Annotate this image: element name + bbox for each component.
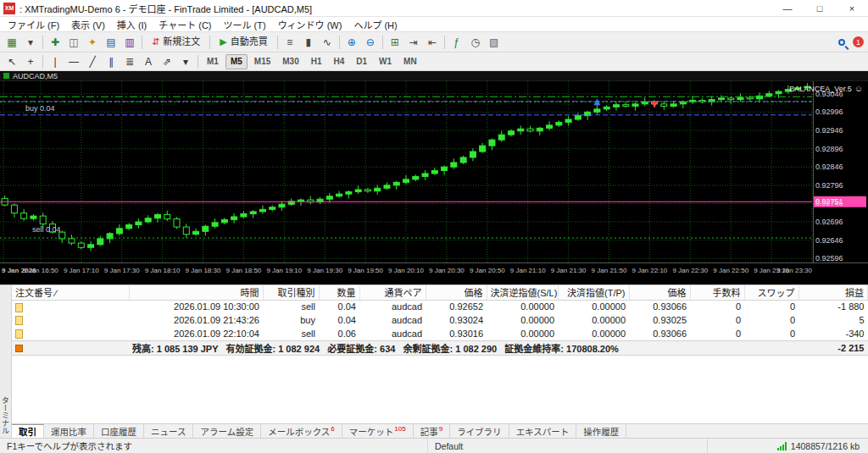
toolbar-separator	[42, 36, 43, 49]
menu-item-4[interactable]: ツール (T)	[218, 17, 272, 32]
crosshair-icon-glyph: +	[27, 57, 33, 67]
zoom-in-icon[interactable]: ⊕	[343, 34, 360, 51]
column-header-7[interactable]: 決済指値(T/P)	[558, 285, 629, 300]
zoom-in-icon-glyph: ⊕	[348, 37, 356, 47]
timeframe-button-M15[interactable]: M15	[249, 54, 275, 69]
column-header-8[interactable]: 価格	[629, 285, 690, 300]
search-icon[interactable]	[833, 34, 850, 51]
strategy-tester-icon[interactable]: ▥	[121, 34, 138, 51]
trendline-icon[interactable]: ╱	[84, 53, 101, 70]
horizontal-line-icon[interactable]: —	[65, 53, 82, 70]
terminal-icon[interactable]: ▤	[103, 34, 120, 51]
order-icon-cell	[12, 327, 129, 340]
channel-icon[interactable]: ∥	[103, 53, 120, 70]
market-watch-icon[interactable]: ✚	[47, 34, 64, 51]
column-header-5[interactable]: 価格	[426, 285, 487, 300]
menu-item-2[interactable]: 挿入 (I)	[111, 17, 153, 32]
orders-table-header[interactable]: 注文番号 ∕時間取引種別数量通貨ペア価格決済逆指値(S/L)決済指値(T/P)価…	[12, 285, 868, 300]
terminal-tab-0[interactable]: 取引	[12, 424, 44, 438]
terminal-tab-7[interactable]: 記事9	[414, 424, 450, 438]
column-header-4[interactable]: 通貨ペア	[359, 285, 426, 300]
strategy-tester-icon-glyph: ▥	[125, 37, 134, 47]
cursor-icon[interactable]: ↖	[3, 53, 20, 70]
close-button[interactable]: ×	[836, 0, 868, 16]
navigator-icon[interactable]: ✦	[84, 34, 101, 51]
column-header-2[interactable]: 取引種別	[263, 285, 319, 300]
timeframe-button-M30[interactable]: M30	[277, 54, 303, 69]
maximize-button[interactable]: □	[804, 0, 836, 16]
svg-text:9 Jan 19:30: 9 Jan 19:30	[307, 267, 342, 274]
timeframe-button-M1[interactable]: M1	[202, 54, 224, 69]
menu-item-0[interactable]: ファイル (F)	[2, 17, 65, 32]
column-header-9[interactable]: 手数料	[690, 285, 744, 300]
terminal-tab-1[interactable]: 運用比率	[44, 424, 94, 438]
tile-windows-icon[interactable]: ⊞	[387, 34, 403, 51]
order-row-1[interactable]: 2026.01.09 21:43:26buy0.04audcad0.930240…	[12, 313, 868, 327]
terminal-tab-5[interactable]: メールボックス6	[261, 424, 342, 438]
column-header-10[interactable]: スワップ	[744, 285, 798, 300]
svg-text:9 Jan 18:50: 9 Jan 18:50	[225, 267, 261, 274]
timeframe-button-M5[interactable]: M5	[225, 54, 248, 69]
auto-trading-button[interactable]: ▶自動売買	[214, 34, 273, 51]
menu-item-5[interactable]: ウィンドウ (W)	[272, 17, 348, 32]
shapes-dropdown-icon[interactable]: ▾	[177, 53, 194, 70]
status-profile[interactable]: Default	[428, 439, 708, 453]
auto-scroll-icon[interactable]: ⇥	[405, 34, 422, 51]
order-row-2[interactable]: 2026.01.09 22:10:04sell0.06audcad0.93016…	[12, 327, 868, 340]
column-header-3[interactable]: 数量	[319, 285, 359, 300]
column-header-1[interactable]: 時間	[129, 285, 263, 300]
notification-badge[interactable]: 1	[853, 36, 864, 47]
profiles-dropdown-icon[interactable]: ▾	[22, 34, 39, 51]
terminal-tab-8[interactable]: ライブラリ	[450, 424, 509, 438]
minimize-button[interactable]: —	[771, 0, 804, 16]
timeframe-button-W1[interactable]: W1	[374, 54, 397, 69]
crosshair-icon[interactable]: +	[22, 53, 39, 70]
new-order-button[interactable]: ⇵新規注文	[146, 34, 206, 51]
text-icon[interactable]: A	[140, 53, 157, 70]
column-header-11[interactable]: 損益	[798, 285, 868, 300]
arrows-dropdown-icon[interactable]: ⇗	[159, 53, 175, 70]
terminal-tab-10[interactable]: 操作履歴	[576, 424, 626, 438]
menu-item-1[interactable]: 表示 (V)	[65, 17, 111, 32]
data-window-icon[interactable]: ◫	[65, 34, 82, 51]
svg-text:0.92746: 0.92746	[815, 199, 843, 207]
bar-chart-icon[interactable]: ≡	[281, 34, 298, 51]
terminal-tab-4[interactable]: アラーム設定	[193, 424, 261, 438]
templates-icon[interactable]: ▧	[486, 34, 503, 51]
zoom-out-icon[interactable]: ⊖	[362, 34, 379, 51]
fibonacci-icon[interactable]: ≣	[121, 53, 138, 70]
periods-dropdown-icon[interactable]: ◷	[467, 34, 484, 51]
order-row-0[interactable]: 2026.01.09 10:30:00sell0.04audcad0.92652…	[12, 300, 868, 313]
order-volume: 0.04	[319, 313, 359, 327]
candlestick-chart-icon[interactable]: ▮	[300, 34, 317, 51]
column-header-0[interactable]: 注文番号 ∕	[12, 285, 129, 300]
ea-smiley-icon[interactable]: ☺	[854, 84, 863, 93]
terminal-tab-2[interactable]: 口座履歴	[94, 424, 144, 438]
new-chart-icon[interactable]: ▦	[3, 34, 20, 51]
chart-shift-icon[interactable]: ⇤	[424, 34, 441, 51]
line-chart-icon[interactable]: ∿	[319, 34, 336, 51]
chart-window[interactable]: AUDCAD,M5 0.92751buy 0.04sell 0.040.9304…	[0, 71, 868, 285]
svg-text:0.92996: 0.92996	[815, 108, 843, 116]
orders-header-row: 注文番号 ∕時間取引種別数量通貨ペア価格決済逆指値(S/L)決済指値(T/P)価…	[12, 285, 868, 300]
indicators-icon[interactable]: ƒ	[448, 34, 465, 51]
menu-item-6[interactable]: ヘルプ (H)	[348, 17, 403, 32]
terminal-tab-3[interactable]: ニュース	[144, 424, 193, 438]
terminal-tab-9[interactable]: エキスパート	[509, 424, 577, 438]
app-icon: XM	[3, 3, 15, 14]
terminal-side-label[interactable]: ターミナル	[0, 285, 12, 438]
menu-item-3[interactable]: チャート (C)	[153, 17, 217, 32]
menu-bar: ファイル (F)表示 (V)挿入 (I)チャート (C)ツール (T)ウィンドウ…	[0, 17, 868, 32]
timeframe-button-D1[interactable]: D1	[351, 54, 372, 69]
price-chart-canvas[interactable]: 0.92751buy 0.04sell 0.040.930460.929960.…	[0, 81, 868, 285]
terminal-tab-6[interactable]: マーケット105	[342, 424, 414, 438]
timeframe-button-H1[interactable]: H1	[306, 54, 327, 69]
auto-trading-button-glyph: ▶	[220, 37, 226, 47]
column-header-6[interactable]: 決済逆指値(S/L)	[487, 285, 558, 300]
vertical-line-icon[interactable]: |	[47, 53, 64, 70]
new-chart-icon-glyph: ▦	[7, 37, 16, 47]
timeframe-button-MN[interactable]: MN	[398, 54, 422, 69]
timeframe-button-H4[interactable]: H4	[329, 54, 350, 69]
search-glass	[838, 39, 845, 46]
order-doc-icon	[15, 329, 23, 339]
